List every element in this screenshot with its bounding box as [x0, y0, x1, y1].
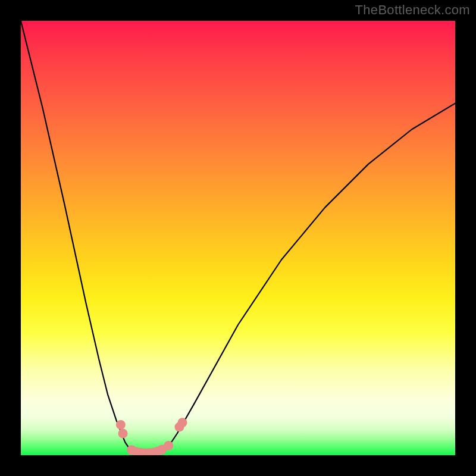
- watermark-label: TheBottleneck.com: [355, 2, 470, 18]
- chart-frame: TheBottleneck.com: [0, 0, 476, 476]
- plot-area: [21, 21, 455, 455]
- gradient-background: [21, 21, 455, 455]
